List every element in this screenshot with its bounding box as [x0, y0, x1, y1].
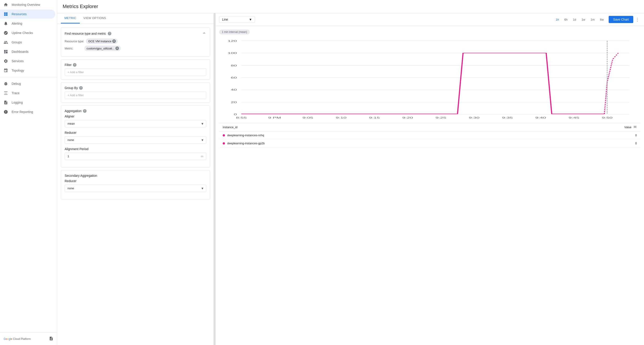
- aligner-select[interactable]: mean sum min max count none: [64, 120, 206, 127]
- filter-input[interactable]: + Add a filter: [64, 69, 206, 76]
- group-by-help-icon[interactable]: ?: [79, 86, 83, 90]
- page-title: Metrics Explorer: [62, 4, 639, 10]
- chart-svg-area: .grid-line { stroke: #e0e0e0; stroke-wid…: [219, 36, 640, 121]
- services-icon: [4, 59, 8, 63]
- logging-icon: [4, 100, 8, 105]
- alignment-period-input[interactable]: 1 m: [64, 153, 206, 160]
- main-content: Metrics Explorer METRIC VIEW OPTIONS Fin…: [57, 0, 644, 345]
- legend-label-1: deeplearning-instances-gp2b: [227, 142, 265, 145]
- sidebar-footer: Google Cloud Platform: [0, 332, 57, 345]
- legend-table: instance_id Value deeplearning-instances…: [219, 123, 640, 147]
- time-btn-6h[interactable]: 6h: [562, 17, 570, 23]
- tab-metric[interactable]: METRIC: [61, 13, 80, 24]
- find-resource-header: Find resource type and metric ?: [64, 31, 206, 36]
- sidebar-docs-icon[interactable]: [49, 336, 54, 341]
- chart-toolbar: Line ▼ 1h 6h 1d 1w 1m 6w Save Chart ⋮: [216, 13, 644, 26]
- aligner-subsection: Aligner mean sum min max count none ▼: [64, 115, 206, 127]
- svg-text:20: 20: [231, 101, 237, 104]
- alignment-period-subsection: Alignment Period 1 m: [64, 147, 206, 160]
- legend-row-0[interactable]: deeplearning-instances-nrhq 0: [219, 131, 640, 139]
- group-icon: [4, 40, 8, 45]
- reducer-subsection: Reducer none mean sum min max count ▼: [64, 131, 206, 144]
- sidebar-item-error-reporting[interactable]: Error Reporting: [0, 107, 55, 116]
- dashboard-icon: [4, 50, 8, 54]
- time-btn-6w[interactable]: 6w: [598, 17, 606, 23]
- svg-text:9 PM: 9 PM: [268, 116, 281, 119]
- panel-divider[interactable]: [214, 13, 216, 345]
- svg-text:40: 40: [231, 89, 237, 91]
- legend-row-1[interactable]: deeplearning-instances-gp2b 0: [219, 139, 640, 147]
- chart-type-select[interactable]: Line ▼: [219, 16, 255, 23]
- sidebar-item-dashboards[interactable]: Dashboards: [0, 47, 55, 56]
- filter-section: Filter ? + Add a filter: [61, 59, 210, 80]
- metric-chip-close[interactable]: ✕: [116, 47, 119, 50]
- sidebar-divider: [0, 77, 57, 77]
- sidebar-item-topology[interactable]: Topology: [0, 66, 55, 75]
- svg-text:9:50: 9:50: [602, 116, 612, 119]
- legend-dot-1: [223, 142, 225, 145]
- google-logo: Google Cloud Platform: [4, 337, 31, 340]
- debug-icon: [4, 82, 8, 86]
- find-resource-title: Find resource type and metric ?: [64, 32, 111, 35]
- sidebar-item-services[interactable]: Services: [0, 57, 55, 66]
- chart-svg: .grid-line { stroke: #e0e0e0; stroke-wid…: [219, 36, 640, 121]
- collapse-button[interactable]: [202, 31, 206, 36]
- right-panel: Line ▼ 1h 6h 1d 1w 1m 6w Save Chart ⋮ 1 …: [216, 13, 644, 345]
- sidebar-item-debug[interactable]: Debug: [0, 79, 55, 88]
- chart-container: 1 min interval (mean) .grid-line { strok…: [216, 26, 644, 345]
- secondary-reducer-select[interactable]: none mean sum: [64, 185, 206, 192]
- find-resource-section: Find resource type and metric ? Resource…: [61, 27, 210, 57]
- sidebar-item-uptime-checks[interactable]: Uptime Checks: [0, 29, 55, 37]
- secondary-aggregation-title: Secondary Aggregation: [64, 174, 206, 177]
- legend-col-icon[interactable]: [633, 125, 637, 129]
- time-btn-1d[interactable]: 1d: [571, 17, 578, 23]
- metric-chip[interactable]: custom/gpu_utilizati... ✕: [84, 46, 121, 51]
- sidebar-item-resources[interactable]: Resources: [0, 10, 55, 19]
- grid-icon: [4, 12, 8, 16]
- filter-help-icon[interactable]: ?: [73, 63, 76, 67]
- resource-type-chip[interactable]: GCE VM Instance ✕: [86, 39, 118, 44]
- sidebar-item-monitoring-overview[interactable]: Monitoring Overview: [0, 0, 55, 9]
- tab-view-options[interactable]: VIEW OPTIONS: [80, 13, 110, 24]
- bell-icon: [4, 21, 8, 26]
- save-chart-button[interactable]: Save Chart: [609, 16, 633, 23]
- secondary-aggregation-section: Secondary Aggregation Reducer none mean …: [61, 170, 210, 199]
- svg-text:9:25: 9:25: [435, 116, 446, 119]
- aggregation-section: Aggregation ? Aligner mean sum min max c…: [61, 105, 210, 167]
- group-by-section: Group By ? + Add a filter: [61, 82, 210, 103]
- svg-text:80: 80: [231, 64, 237, 67]
- sidebar-item-trace[interactable]: Trace: [0, 89, 55, 98]
- find-resource-help-icon[interactable]: ?: [108, 32, 111, 35]
- sidebar-item-logging[interactable]: Logging: [0, 98, 55, 107]
- svg-text:60: 60: [231, 77, 237, 79]
- reducer-select[interactable]: none mean sum min max count: [64, 136, 206, 144]
- legend-value-label: Value: [624, 126, 632, 129]
- sidebar-item-groups[interactable]: Groups: [0, 38, 55, 47]
- time-btn-1h[interactable]: 1h: [554, 17, 561, 23]
- group-by-input[interactable]: + Add a filter: [64, 92, 206, 99]
- sidebar-item-alerting[interactable]: Alerting: [0, 19, 55, 28]
- svg-text:0: 0: [234, 113, 237, 116]
- time-btn-1m[interactable]: 1m: [588, 17, 597, 23]
- group-by-title: Group By ?: [64, 86, 206, 90]
- aggregation-help-icon[interactable]: ?: [83, 109, 86, 113]
- svg-text:9:20: 9:20: [402, 116, 413, 119]
- home-icon: [4, 3, 8, 7]
- page-header: Metrics Explorer: [57, 0, 644, 13]
- resource-type-chip-close[interactable]: ✕: [112, 39, 116, 43]
- tabs: METRIC VIEW OPTIONS: [57, 13, 214, 24]
- aligner-select-wrapper: mean sum min max count none ▼: [64, 120, 206, 127]
- check-circle-icon: [4, 31, 8, 35]
- svg-text:9:10: 9:10: [336, 116, 346, 119]
- svg-text:9:45: 9:45: [568, 116, 579, 119]
- aligner-label: Aligner: [64, 115, 206, 118]
- legend-header: instance_id Value: [219, 123, 640, 131]
- legend-label-0: deeplearning-instances-nrhq: [227, 134, 264, 137]
- svg-text:9:30: 9:30: [469, 116, 480, 119]
- time-btn-1w[interactable]: 1w: [580, 17, 588, 23]
- svg-text:8:55: 8:55: [236, 116, 247, 119]
- more-options-icon[interactable]: ⋮: [634, 16, 640, 23]
- resource-type-row: Resource type: GCE VM Instance ✕: [64, 39, 206, 44]
- trace-icon: [4, 91, 8, 95]
- time-range-buttons: 1h 6h 1d 1w 1m 6w Save Chart ⋮: [554, 16, 640, 23]
